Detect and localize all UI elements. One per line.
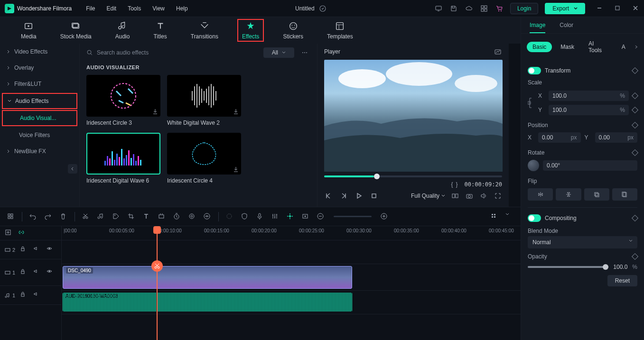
prop-tab-color[interactable]: Color bbox=[560, 22, 573, 33]
track-v2-lock[interactable] bbox=[20, 246, 28, 254]
timeline-ruler[interactable]: |00:00 00:00:05:00 00:00:10:00 00:00:15:… bbox=[62, 226, 521, 240]
flip-v-button[interactable] bbox=[556, 188, 581, 201]
minimize-button[interactable] bbox=[597, 5, 603, 12]
track-v2-visible[interactable] bbox=[47, 246, 55, 254]
music-button[interactable] bbox=[97, 212, 105, 221]
render-button[interactable] bbox=[301, 212, 310, 221]
subtab-mask[interactable]: Mask bbox=[555, 42, 580, 52]
menu-edit[interactable]: Edit bbox=[107, 5, 117, 12]
close-button[interactable] bbox=[633, 5, 639, 12]
track-v1-lock[interactable] bbox=[20, 268, 28, 277]
tab-transitions[interactable]: Transitions bbox=[186, 19, 223, 42]
snapshot-icon[interactable] bbox=[494, 47, 502, 56]
reset-button[interactable]: Reset bbox=[607, 275, 637, 286]
more-button[interactable]: ⋯ bbox=[299, 49, 310, 56]
export-button[interactable]: Export bbox=[545, 3, 585, 14]
sidebar-newblue[interactable]: NewBlue FX bbox=[0, 143, 79, 159]
cloud-icon[interactable] bbox=[465, 4, 473, 13]
compare-icon[interactable] bbox=[451, 192, 459, 200]
link-icon[interactable] bbox=[528, 96, 535, 110]
sync-icon[interactable] bbox=[318, 4, 327, 13]
track-v1-lane[interactable]: DSC_0490 bbox=[62, 264, 521, 291]
progress-bar[interactable] bbox=[324, 175, 502, 177]
effect-card[interactable]: Iridescent Digital Wave 6 bbox=[86, 133, 160, 184]
tab-templates[interactable]: Templates bbox=[322, 19, 358, 42]
tab-titles[interactable]: Titles bbox=[149, 19, 171, 42]
flip-h-button[interactable] bbox=[528, 188, 553, 201]
zoom-in-button[interactable] bbox=[380, 212, 389, 221]
tab-audio[interactable]: Audio bbox=[111, 19, 135, 42]
keyframe-rotate[interactable] bbox=[632, 149, 638, 156]
link-tracks-button[interactable] bbox=[18, 229, 27, 238]
next-frame-button[interactable] bbox=[339, 192, 348, 200]
menu-view[interactable]: View bbox=[152, 5, 165, 12]
search-input[interactable]: Search audio effects bbox=[86, 49, 259, 56]
sidebar-overlay[interactable]: Overlay bbox=[0, 60, 79, 76]
playhead[interactable] bbox=[157, 226, 158, 340]
undo-button[interactable] bbox=[29, 212, 37, 221]
keyframe-scale-y[interactable] bbox=[632, 107, 638, 113]
tab-effects[interactable]: Effects bbox=[237, 19, 264, 42]
stop-button[interactable] bbox=[370, 192, 378, 200]
keyframe-compositing[interactable] bbox=[632, 215, 638, 221]
cart-icon[interactable] bbox=[495, 4, 504, 13]
scale-y-input[interactable]: 100.0% bbox=[549, 105, 629, 115]
track-more[interactable] bbox=[505, 212, 514, 221]
opacity-slider[interactable] bbox=[528, 266, 608, 268]
sidebar-video-effects[interactable]: Video Effects bbox=[0, 44, 79, 60]
save-icon[interactable] bbox=[449, 4, 458, 13]
sidebar-voice-filters[interactable]: Voice Filters bbox=[0, 127, 79, 143]
transform-toggle[interactable] bbox=[528, 67, 541, 74]
timer-button[interactable] bbox=[173, 212, 181, 221]
prev-frame-button[interactable] bbox=[324, 192, 333, 200]
track-a1-mute[interactable] bbox=[33, 291, 42, 300]
speed-button[interactable] bbox=[158, 212, 166, 221]
play-button[interactable] bbox=[355, 192, 363, 200]
effect-card[interactable]: Iridescent Circle 4 bbox=[167, 133, 241, 184]
audio-clip[interactable]: AUD-20190130-WA0003 bbox=[63, 293, 352, 312]
login-button[interactable]: Login bbox=[510, 3, 538, 14]
track-a1-lock[interactable] bbox=[20, 291, 28, 300]
crop-button[interactable] bbox=[127, 212, 136, 221]
filter-dropdown[interactable]: All bbox=[263, 47, 294, 58]
zoom-out-button[interactable] bbox=[317, 212, 325, 221]
effect-card[interactable]: Iridescent Circle 3 bbox=[86, 75, 160, 126]
keyframe-position[interactable] bbox=[632, 122, 638, 129]
tab-media[interactable]: Media bbox=[16, 19, 41, 42]
tab-stock-media[interactable]: Stock Media bbox=[56, 19, 96, 42]
effect-card[interactable]: White Digital Wave 2 bbox=[167, 75, 241, 126]
subtab-ai[interactable]: AI Tools bbox=[583, 38, 613, 55]
pos-x-input[interactable]: 0.00px bbox=[538, 132, 581, 143]
sidebar-audio-effects[interactable]: Audio Effects bbox=[2, 93, 77, 109]
subtab-basic[interactable]: Basic bbox=[527, 42, 552, 52]
shield-button[interactable] bbox=[241, 212, 249, 221]
sidebar-filter-lut[interactable]: Filter&LUT bbox=[0, 76, 79, 92]
menu-help[interactable]: Help bbox=[176, 5, 188, 12]
rotate-knob[interactable] bbox=[528, 160, 539, 171]
mark-out-button[interactable]: } bbox=[456, 181, 458, 188]
collapse-sidebar-button[interactable] bbox=[68, 164, 77, 174]
prop-tab-image[interactable]: Image bbox=[530, 22, 545, 33]
scroll-tabs-right[interactable] bbox=[634, 45, 638, 49]
video-clip[interactable]: DSC_0490 bbox=[63, 266, 352, 289]
compositing-toggle[interactable] bbox=[528, 214, 541, 222]
adjust-button[interactable] bbox=[271, 212, 280, 221]
track-options[interactable] bbox=[490, 212, 499, 221]
tab-stickers[interactable]: Stickers bbox=[278, 19, 308, 42]
scale-x-input[interactable]: 100.0% bbox=[549, 91, 629, 101]
marker-tool[interactable] bbox=[225, 212, 234, 221]
fullscreen-icon[interactable] bbox=[494, 192, 502, 200]
track-v2-lane[interactable] bbox=[62, 240, 521, 264]
cut-button[interactable] bbox=[82, 212, 90, 221]
magnet-icon[interactable] bbox=[7, 212, 15, 221]
copy-button[interactable] bbox=[584, 188, 609, 201]
camera-icon[interactable] bbox=[465, 192, 474, 200]
color-button[interactable] bbox=[188, 212, 196, 221]
mic-button[interactable] bbox=[256, 212, 264, 221]
text-button[interactable] bbox=[142, 212, 151, 221]
apps-icon[interactable] bbox=[480, 4, 488, 13]
quality-dropdown[interactable]: Full Quality bbox=[411, 193, 445, 199]
keyframe-opacity[interactable] bbox=[632, 253, 638, 260]
volume-icon[interactable] bbox=[479, 192, 488, 200]
tag-button[interactable] bbox=[112, 212, 121, 221]
